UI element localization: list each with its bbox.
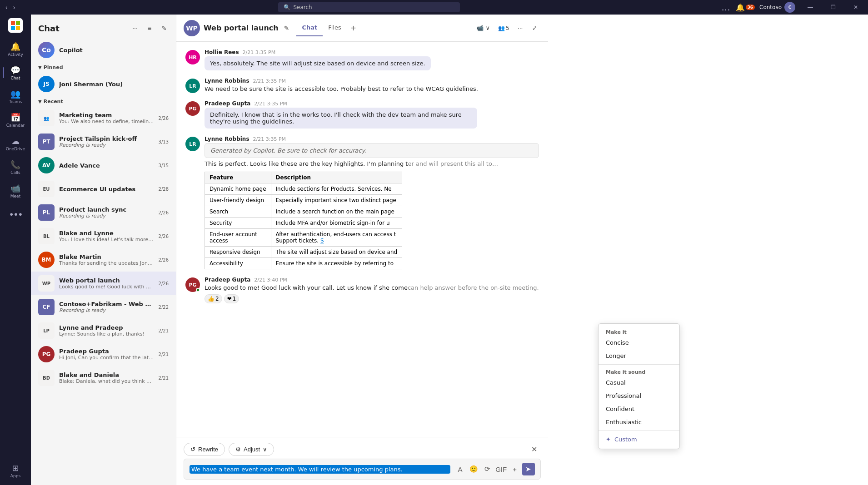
sidebar-item-teams[interactable]: 👥 Teams: [5, 85, 26, 107]
sidebar-item-more[interactable]: •••: [5, 203, 26, 225]
chat-item-meta: 2/26: [159, 234, 169, 239]
list-item[interactable]: WP Web portal launch Looks good to me! G…: [31, 272, 176, 295]
sidebar-item-activity[interactable]: 🔔 Activity: [5, 38, 26, 60]
reaction-heart[interactable]: ❤️ 1: [224, 294, 239, 303]
nav-back-button[interactable]: ‹: [4, 3, 10, 12]
notification-area[interactable]: 🔔 36: [736, 3, 755, 12]
enthusiastic-label: Enthusiastic: [606, 419, 642, 426]
dropdown-item-casual[interactable]: Casual: [599, 376, 679, 389]
rewrite-button[interactable]: ↺ Rewrite: [184, 443, 225, 456]
list-item[interactable]: PT Project Tailspin kick-off Recording i…: [31, 130, 176, 153]
dropdown-item-custom[interactable]: ✦ Custom: [599, 433, 679, 446]
sidebar-item-meet[interactable]: 📹 Meet: [5, 180, 26, 202]
user-avatar: C: [784, 2, 795, 13]
more-apps-icon: •••: [10, 209, 20, 219]
sidebar-label-activity: Activity: [8, 52, 23, 57]
table-header-feature: Feature: [205, 172, 271, 183]
participants-button[interactable]: 👥 5: [495, 23, 512, 33]
tab-chat[interactable]: Chat: [296, 20, 323, 36]
gif-button[interactable]: GIF: [495, 463, 508, 475]
avatar: PG: [185, 277, 200, 292]
dropdown-item-confident[interactable]: Confident: [599, 402, 679, 416]
chat-item-preview: Lynne: Sounds like a plan, thanks!: [59, 331, 154, 337]
chat-item-preview: Thanks for sending the updates Joni. I'l…: [59, 260, 154, 266]
avatar: CF: [38, 299, 55, 315]
chat-item-info: Blake Martin Thanks for sending the upda…: [59, 253, 154, 266]
svg-rect-1: [16, 21, 20, 25]
search-box[interactable]: 🔍 Search: [278, 2, 460, 12]
more-options-button[interactable]: ...: [718, 2, 733, 13]
add-button[interactable]: +: [509, 463, 521, 475]
rewrite-close-button[interactable]: ✕: [528, 443, 541, 456]
video-call-button[interactable]: 📹 ∨: [473, 22, 494, 34]
list-item[interactable]: BL Blake and Lynne You: I love this idea…: [31, 224, 176, 248]
sidebar-item-calendar[interactable]: 📅 Calendar: [5, 109, 26, 131]
table-row: Accessibility Ensure the site is accessi…: [205, 258, 402, 269]
expand-button[interactable]: ⤢: [529, 22, 541, 34]
nav-forward-button[interactable]: ›: [11, 3, 17, 12]
list-item[interactable]: PL Product launch sync Recording is read…: [31, 201, 176, 224]
tab-add-button[interactable]: +: [347, 20, 360, 36]
sidebar-item-onedrive[interactable]: ☁ OneDrive: [5, 133, 26, 154]
user-profile[interactable]: Contoso C: [757, 1, 798, 14]
confident-label: Confident: [606, 406, 634, 412]
message-input[interactable]: We have a team event next month. We will…: [190, 465, 450, 474]
chat-more-options-button[interactable]: ···: [514, 22, 527, 35]
avatar: AV: [38, 157, 55, 173]
list-item[interactable]: BD Blake and Daniela Blake: Daniela, wha…: [31, 366, 176, 390]
sidebar-item-apps[interactable]: ⊞ Apps: [5, 460, 26, 481]
chat-new-button[interactable]: ✎: [158, 22, 170, 35]
list-item[interactable]: LP Lynne and Pradeep Lynne: Sounds like …: [31, 319, 176, 342]
dropdown-item-enthusiastic[interactable]: Enthusiastic: [599, 416, 679, 429]
message-content: Pradeep Gupta 2/21 3:40 PM Looks good to…: [205, 277, 539, 303]
people-icon: 👥: [498, 25, 505, 31]
input-toolbar: A 🙂 ⟳ GIF + ➤: [454, 463, 535, 475]
chat-item-preview: Blake: Daniela, what did you think of th…: [59, 378, 154, 384]
send-button[interactable]: ➤: [522, 463, 535, 475]
dropdown-item-concise[interactable]: Concise: [599, 336, 679, 349]
format-button[interactable]: A: [454, 463, 467, 475]
loop-button[interactable]: ⟳: [481, 463, 494, 475]
list-item[interactable]: BM Blake Martin Thanks for sending the u…: [31, 248, 176, 272]
chat-item-name: Contoso+Fabrikam - Web portal ki...: [59, 301, 154, 307]
sidebar-item-calls[interactable]: 📞 Calls: [5, 156, 26, 178]
list-item[interactable]: CF Contoso+Fabrikam - Web portal ki... R…: [31, 295, 176, 319]
sidebar-item-chat[interactable]: 💬 Chat: [5, 62, 26, 84]
chat-filter-button[interactable]: ≡: [143, 22, 156, 35]
list-item[interactable]: JS Joni Sherman (You): [31, 72, 176, 96]
ms-logo[interactable]: [8, 18, 23, 33]
pinned-section-header[interactable]: ▼ Pinned: [31, 62, 176, 72]
restore-button[interactable]: ❐: [823, 0, 843, 15]
chat-more-button[interactable]: ···: [129, 22, 141, 35]
copilot-item[interactable]: Co Copilot: [31, 38, 176, 62]
list-item[interactable]: AV Adele Vance 3/15: [31, 153, 176, 177]
apps-icon: ⊞: [10, 463, 20, 473]
chat-item-meta: 2/28: [159, 187, 169, 192]
dropdown-item-professional[interactable]: Professional: [599, 389, 679, 402]
avatar: EU: [38, 181, 55, 197]
list-item[interactable]: EU Ecommerce UI updates 2/28: [31, 177, 176, 201]
chat-date: 2/28: [159, 187, 169, 192]
list-item[interactable]: 👥 Marketing team You: We also need to de…: [31, 106, 176, 130]
copilot-avatar: Co: [38, 42, 55, 58]
adjust-button[interactable]: ⚙ Adjust ∨: [229, 443, 274, 456]
close-button[interactable]: ✕: [845, 0, 866, 15]
message-input-box: We have a team event next month. We will…: [184, 459, 541, 480]
dropdown-item-longer[interactable]: Longer: [599, 349, 679, 362]
minimize-button[interactable]: —: [800, 0, 821, 15]
tab-files[interactable]: Files: [323, 20, 347, 36]
reaction-thumbsup[interactable]: 👍 2: [205, 294, 222, 303]
professional-label: Professional: [606, 392, 641, 399]
chat-item-info: Ecommerce UI updates: [59, 186, 154, 193]
ai-note: Generated by Copilot. Be sure to check f…: [205, 143, 539, 158]
list-item[interactable]: PG Pradeep Gupta Hi Joni, Can you confir…: [31, 342, 176, 366]
recent-section-header[interactable]: ▼ Recent: [31, 96, 176, 106]
chat-item-preview: Recording is ready: [59, 307, 154, 313]
chat-item-name: Marketing team: [59, 112, 154, 119]
chat-item-name: Adele Vance: [59, 162, 154, 169]
onedrive-icon: ☁: [10, 136, 20, 146]
chat-item-preview: Recording is ready: [59, 213, 154, 219]
emoji-button[interactable]: 🙂: [468, 463, 480, 475]
recent-label: Recent: [44, 99, 63, 104]
edit-title-button[interactable]: ✎: [282, 23, 291, 34]
